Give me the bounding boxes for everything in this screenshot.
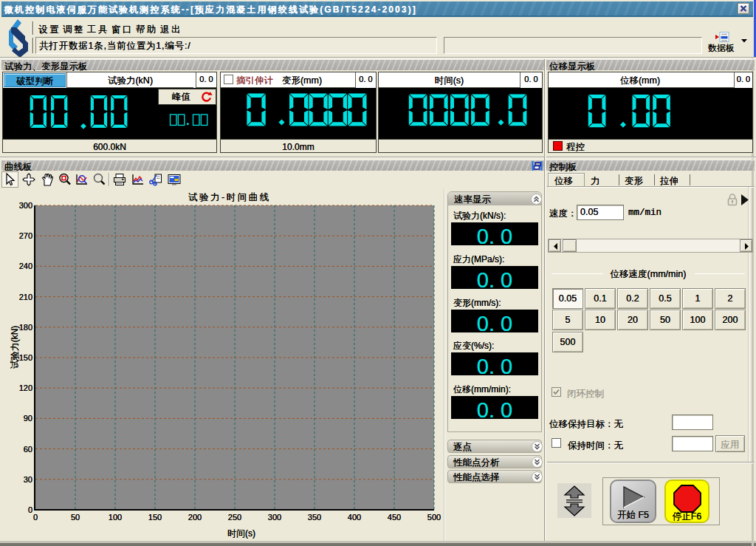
svg-text:90: 90 bbox=[24, 414, 32, 423]
svg-text:试验力(kN): 试验力(kN) bbox=[10, 326, 20, 369]
svg-text:350: 350 bbox=[308, 513, 321, 522]
svg-text:150: 150 bbox=[148, 513, 162, 522]
svg-text:270: 270 bbox=[19, 231, 32, 240]
svg-text:200: 200 bbox=[188, 513, 202, 522]
svg-text:120: 120 bbox=[19, 383, 32, 392]
svg-text:400: 400 bbox=[348, 513, 361, 522]
svg-text:50: 50 bbox=[71, 513, 80, 522]
svg-text:500: 500 bbox=[427, 513, 441, 522]
svg-text:250: 250 bbox=[228, 513, 241, 522]
svg-text:0: 0 bbox=[28, 505, 32, 514]
svg-text:240: 240 bbox=[19, 262, 32, 270]
svg-text:180: 180 bbox=[19, 323, 32, 332]
svg-text:30: 30 bbox=[24, 475, 32, 484]
svg-text:300: 300 bbox=[19, 201, 32, 210]
svg-text:450: 450 bbox=[388, 513, 401, 522]
svg-text:300: 300 bbox=[268, 513, 281, 522]
svg-text:150: 150 bbox=[19, 353, 32, 362]
svg-text:时间(s): 时间(s) bbox=[227, 528, 255, 539]
svg-text:0: 0 bbox=[33, 513, 38, 522]
svg-text:60: 60 bbox=[24, 445, 32, 454]
svg-text:100: 100 bbox=[109, 513, 122, 522]
svg-text:210: 210 bbox=[19, 293, 32, 301]
